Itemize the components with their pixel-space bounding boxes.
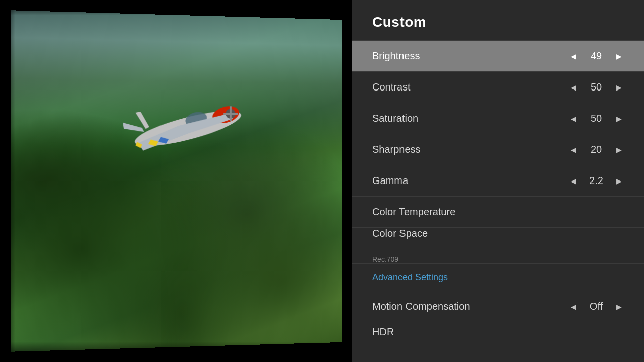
menu-item-saturation[interactable]: Saturation ◀ 50 ▶ [352,103,644,134]
panel-title: Custom [352,0,644,40]
brightness-value: 49 [586,50,606,62]
menu-item-sharpness[interactable]: Sharpness ◀ 20 ▶ [352,134,644,165]
menu-item-color-temperature[interactable]: Color Temperature [352,196,644,227]
saturation-controls: ◀ 50 ▶ [569,113,624,125]
menu-item-color-space[interactable]: Color Space Rec.709 [352,227,644,263]
tv-screen [11,10,342,352]
saturation-increase[interactable]: ▶ [614,113,624,125]
color-space-subtitle: Rec.709 [372,255,624,263]
gamma-value: 2.2 [586,175,606,187]
brightness-decrease[interactable]: ◀ [569,50,578,62]
motion-compensation-controls: ◀ Off ▶ [569,301,624,313]
saturation-label: Saturation [372,113,569,124]
gamma-decrease[interactable]: ◀ [569,175,578,187]
motion-compensation-increase[interactable]: ▶ [614,301,624,313]
brightness-label: Brightness [372,50,569,62]
menu-item-contrast[interactable]: Contrast ◀ 50 ▶ [352,71,644,103]
menu-item-gamma[interactable]: Gamma ◀ 2.2 ▶ [352,165,644,196]
contrast-label: Contrast [372,81,569,93]
brightness-increase[interactable]: ▶ [614,50,624,62]
advanced-settings-link[interactable]: Advanced Settings [352,263,644,291]
saturation-value: 50 [586,113,606,124]
contrast-decrease[interactable]: ◀ [569,81,578,94]
contrast-controls: ◀ 50 ▶ [569,81,624,94]
sharpness-value: 20 [586,144,606,155]
contrast-increase[interactable]: ▶ [614,81,624,94]
title-text: Custom [372,14,426,30]
color-space-label: Color Space [372,228,624,254]
brightness-controls: ◀ 49 ▶ [569,50,624,62]
preview-panel [0,0,357,362]
sharpness-increase[interactable]: ▶ [614,144,624,156]
svg-marker-6 [135,112,149,129]
menu-item-motion-compensation[interactable]: Motion Compensation ◀ Off ▶ [352,291,644,322]
menu-item-brightness[interactable]: Brightness ◀ 49 ▶ [352,40,644,71]
gamma-controls: ◀ 2.2 ▶ [569,175,624,187]
motion-compensation-label: Motion Compensation [372,301,569,312]
contrast-value: 50 [586,81,606,93]
sharpness-label: Sharpness [372,144,569,155]
advanced-settings-label: Advanced Settings [372,272,448,282]
motion-compensation-decrease[interactable]: ◀ [569,301,578,313]
tv-frame [11,10,342,352]
settings-panel: Custom Brightness ◀ 49 ▶ Contrast ◀ 50 ▶… [352,0,644,362]
sharpness-controls: ◀ 20 ▶ [569,144,624,156]
sharpness-decrease[interactable]: ◀ [569,144,578,156]
svg-marker-7 [123,123,144,132]
color-temperature-label: Color Temperature [372,206,624,218]
menu-item-hdr[interactable]: HDR [352,322,644,342]
gamma-increase[interactable]: ▶ [614,175,624,187]
saturation-decrease[interactable]: ◀ [569,113,578,125]
motion-compensation-value: Off [586,301,606,312]
hdr-label: HDR [372,326,624,338]
gamma-label: Gamma [372,175,569,187]
airplane-image [107,87,267,171]
